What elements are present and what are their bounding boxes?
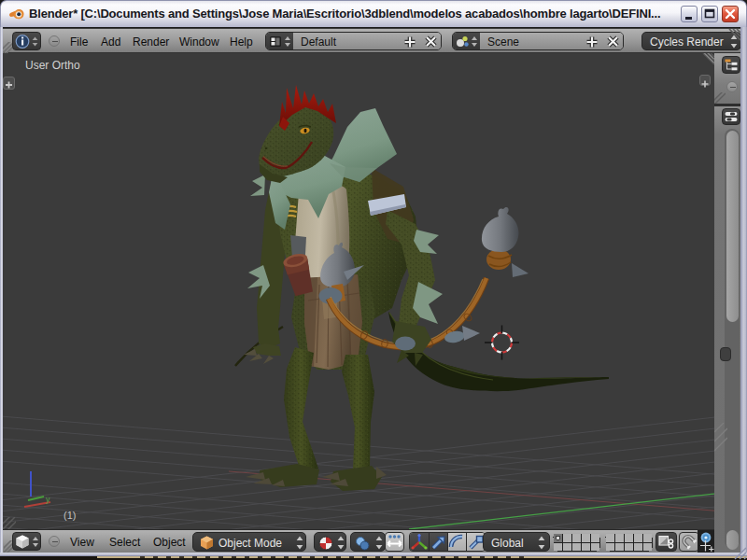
svg-text:y: y bbox=[46, 495, 50, 504]
